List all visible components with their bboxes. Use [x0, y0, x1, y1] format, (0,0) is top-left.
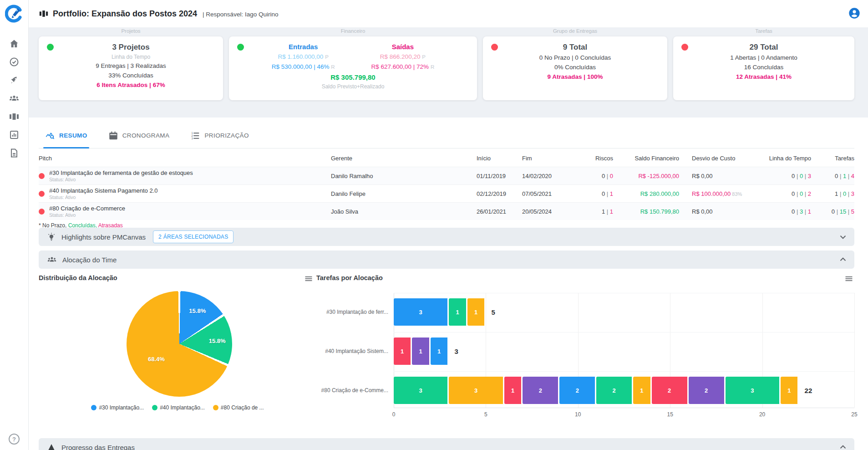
- tarefas-line1: 1 Abertas | 0 Andamento: [673, 53, 854, 62]
- legend-item: #40 Implantação...: [152, 404, 205, 411]
- label-tarefas: Tarefas: [673, 28, 854, 34]
- tab-priorizacao[interactable]: 123 PRIORIZAÇÃO: [190, 123, 249, 148]
- app-logo[interactable]: [0, 0, 28, 27]
- card-projetos[interactable]: 3 Projetos Linha do Tempo 9 Entregas | 3…: [39, 36, 223, 100]
- areas-selected-chip[interactable]: 2 ÁREAS SELECIONADAS: [153, 230, 233, 243]
- numbered-list-icon: 123: [190, 131, 200, 141]
- portfolio-icon[interactable]: [9, 111, 20, 122]
- column-header: Pitch: [39, 155, 331, 162]
- legend-dot: [213, 405, 218, 410]
- bar-segment: 2: [559, 377, 596, 404]
- team-icon[interactable]: [9, 93, 20, 104]
- row-status-dot: [39, 191, 45, 197]
- pitch-cell: #80 Criação de e-CommerceStatus: Ativo: [39, 205, 331, 218]
- user-avatar-icon[interactable]: [848, 7, 861, 20]
- tarefas-line2: 16 Concluídas: [673, 62, 854, 72]
- alocacao-section-bar[interactable]: Alocação do Time: [39, 251, 854, 269]
- column-header: Saldo Financeiro: [613, 155, 679, 162]
- table-body: #30 Implantação de ferramenta de gestão …: [39, 167, 854, 220]
- help-button[interactable]: ?: [9, 434, 20, 445]
- bar-row-label: #40 Implantação Sistem...: [316, 348, 388, 354]
- bar-row-label: #30 Implantação de ferr...: [316, 309, 388, 315]
- portfolio-dashboard: ? Portfolio: Expansão dos Postos 2024 | …: [0, 0, 868, 450]
- inicio-cell: 01/11/2019: [477, 173, 522, 179]
- document-icon[interactable]: [9, 148, 20, 159]
- home-icon[interactable]: [9, 38, 20, 49]
- financeiro-columns: Entradas R$ 1.160.000,00 P R$ 530.000,00…: [229, 42, 477, 72]
- bar-segment: 1: [781, 377, 799, 404]
- fim-cell: 20/05/2024: [522, 208, 574, 215]
- pie-legend: #30 Implantação...#40 Implantação...#80 …: [39, 404, 316, 411]
- bar-segment: 2: [689, 377, 726, 404]
- bar-total-label: 5: [491, 308, 495, 316]
- tarefas-cell: 0 | 15 | 5: [811, 208, 854, 215]
- tab-resumo[interactable]: RESUMO: [45, 123, 87, 148]
- x-tick-label: 15: [667, 411, 673, 418]
- linha-cell: 0 | 0 | 2: [747, 190, 811, 197]
- pitch-cell: #30 Implantação de ferramenta de gestão …: [39, 169, 331, 182]
- pitch-title: #40 Implantação Sistema Pagamento 2.0: [49, 187, 157, 194]
- column-header: Riscos: [574, 155, 613, 162]
- status-dot-green: [237, 44, 244, 51]
- riscos-cell: 1 | 1: [574, 208, 613, 215]
- progresso-section-bar[interactable]: Progresso das Entregas: [39, 438, 854, 450]
- table-row[interactable]: #30 Implantação de ferramenta de gestão …: [39, 167, 854, 184]
- linha-cell: 0 | 3 | 1: [747, 208, 811, 215]
- rocket-icon[interactable]: [9, 75, 20, 86]
- table-row[interactable]: #80 Criação de e-CommerceStatus: AtivoJo…: [39, 202, 854, 220]
- chevron-up-icon[interactable]: [838, 442, 848, 450]
- tasks-check-icon[interactable]: [9, 56, 20, 67]
- label-projetos: Projetos: [39, 28, 223, 34]
- pitch-title: #80 Criação de e-Commerce: [49, 205, 125, 212]
- bar-segments: 33122212231: [394, 377, 799, 404]
- projetos-alert: 6 Itens Atrasados | 67%: [39, 80, 223, 90]
- entradas-column: Entradas R$ 1.160.000,00 P R$ 530.000,00…: [272, 42, 335, 72]
- linha-cell: 0 | 0 | 3: [747, 173, 811, 179]
- x-tick-label: 10: [575, 411, 581, 418]
- entregas-line1: 0 No Prazo | 0 Concluídas: [483, 53, 667, 62]
- bar-row-label: #80 Criação de e-Comme...: [316, 387, 388, 394]
- x-tick-label: 25: [851, 411, 857, 418]
- inicio-cell: 26/01/2021: [477, 208, 522, 215]
- card-financeiro[interactable]: Entradas R$ 1.160.000,00 P R$ 530.000,00…: [229, 36, 477, 100]
- page-subtitle: | Responsável: Iago Quirino: [203, 11, 278, 18]
- calendar-icon: [108, 131, 118, 141]
- progress-icon: [47, 443, 56, 450]
- card-grupo-entregas[interactable]: 9 Total 0 No Prazo | 0 Concluídas 0% Con…: [483, 36, 667, 100]
- tab-cronograma[interactable]: CRONOGRAMA: [108, 123, 170, 148]
- lightbulb-icon: [47, 232, 56, 241]
- column-header: Tarefas: [811, 155, 854, 162]
- entradas-title: Entradas: [272, 42, 335, 52]
- x-tick-label: 20: [759, 411, 765, 418]
- table-row[interactable]: #40 Implantação Sistema Pagamento 2.0Sta…: [39, 184, 854, 202]
- fim-cell: 14/02/2020: [522, 173, 574, 179]
- column-header: Desvio de Custo: [679, 155, 747, 162]
- bar-chart-row: #30 Implantação de ferr...3115: [316, 298, 854, 326]
- chart-menu-icon[interactable]: [844, 274, 853, 283]
- highlights-title: Highlights sobre PMCanvas: [61, 233, 146, 241]
- saidas-title: Saídas: [371, 42, 435, 52]
- desvio-cell: R$ 0,00: [679, 173, 747, 179]
- bar-segment: 1: [504, 377, 523, 404]
- resume-chart-icon: [45, 131, 55, 141]
- bar-segment: 1: [449, 298, 467, 326]
- chevron-up-icon[interactable]: [838, 255, 848, 265]
- reports-chart-icon[interactable]: [9, 129, 20, 140]
- bar-segment: 1: [467, 298, 486, 326]
- card-tarefas[interactable]: 29 Total 1 Abertas | 0 Andamento 16 Conc…: [673, 36, 854, 100]
- riscos-cell: 0 | 0: [574, 173, 613, 179]
- sidebar: ?: [0, 0, 29, 450]
- saldo-cell: R$ 150.799,80: [613, 208, 679, 215]
- chart-menu-icon[interactable]: [304, 274, 313, 283]
- portfolio-title-icon: [39, 9, 49, 19]
- column-header: Início: [477, 155, 522, 162]
- riscos-cell: 0 | 1: [574, 190, 613, 197]
- tarefas-cell: 1 | 0 | 3: [811, 190, 854, 197]
- highlights-section-bar[interactable]: Highlights sobre PMCanvas 2 ÁREAS SELECI…: [39, 228, 854, 246]
- row-separator: [394, 332, 854, 332]
- svg-text:3: 3: [192, 136, 193, 139]
- pitch-status: Status: Ativo: [49, 212, 125, 218]
- saldo-cell: R$ 280.000,00: [613, 190, 679, 197]
- chevron-down-icon[interactable]: [838, 232, 848, 242]
- bar-segment: 1: [633, 377, 651, 404]
